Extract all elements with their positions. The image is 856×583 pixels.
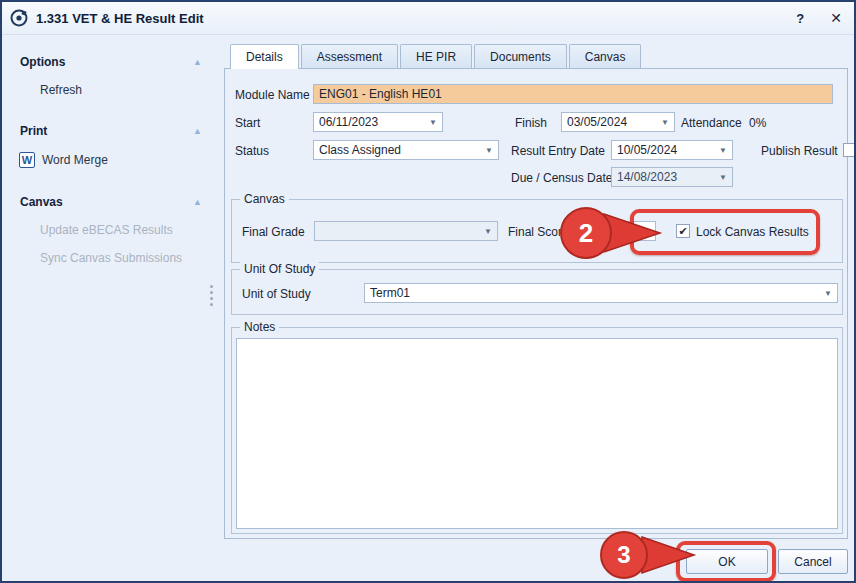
collapse-icon: ▲ [193,126,202,136]
start-date-picker[interactable]: 06/11/2023 ▼ [313,112,443,132]
chevron-down-icon: ▼ [714,173,727,182]
module-name-field[interactable]: ENG01 - English HE01 [313,84,833,104]
due-census-date-label: Due / Census Date [511,168,612,188]
final-grade-label: Final Grade [242,222,305,242]
status-select[interactable]: Class Assigned ▼ [313,140,499,160]
sidebar-section-options-label: Options [20,55,65,69]
sidebar-section-print[interactable]: Print ▲ [10,117,212,145]
unit-of-study-select[interactable]: Term01 ▼ [364,283,838,303]
chevron-down-icon[interactable]: ▼ [714,146,727,155]
checkmark-icon: ✔ [678,226,687,237]
chevron-down-icon[interactable]: ▼ [819,289,832,298]
sidebar-section-options[interactable]: Options ▲ [10,48,212,76]
sidebar-section-canvas[interactable]: Canvas ▲ [10,188,212,216]
sidebar-section-print-label: Print [20,124,47,138]
unit-of-study-label: Unit of Study [242,284,311,304]
final-score-label: Final Score [508,222,569,242]
tab-canvas[interactable]: Canvas [569,44,642,68]
unit-of-study-value: Term01 [370,286,410,300]
chevron-down-icon[interactable]: ▼ [656,118,669,127]
word-icon: W [19,152,35,168]
canvas-groupbox: Canvas Final Grade ▼ Final Score ✔ Lock … [231,199,843,263]
start-label: Start [235,113,260,133]
ok-button[interactable]: OK [686,549,768,574]
dialog-window: 1.331 VET & HE Result Edit ? ✕ Options ▲… [0,0,856,583]
tab-documents[interactable]: Documents [474,44,567,68]
result-entry-date-value: 10/05/2024 [617,143,677,157]
module-name-value: ENG01 - English HE01 [319,87,442,101]
canvas-group-title: Canvas [240,192,289,206]
step3-number: 3 [617,541,630,568]
sidebar-item-update-ebecas-results: Update eBECAS Results [10,216,212,244]
due-census-date-picker: 14/08/2023 ▼ [611,167,733,187]
notes-textarea[interactable] [236,338,838,529]
final-score-field[interactable] [572,221,656,241]
help-icon[interactable]: ? [796,11,804,26]
tab-details[interactable]: Details [230,44,299,69]
window-title: 1.331 VET & HE Result Edit [36,11,204,26]
final-grade-select: ▼ [314,221,498,241]
lock-canvas-results-checkbox[interactable]: ✔ [676,224,690,238]
result-entry-date-picker[interactable]: 10/05/2024 ▼ [611,140,733,160]
attendance-label: Attendance [681,113,742,133]
finish-label: Finish [515,113,547,133]
status-value: Class Assigned [319,143,401,157]
chevron-down-icon[interactable]: ▼ [480,146,493,155]
publish-result-checkbox[interactable] [843,143,856,157]
tab-assessment[interactable]: Assessment [301,44,398,68]
unit-of-study-groupbox: Unit Of Study Unit of Study Term01 ▼ [231,269,843,315]
unit-of-study-group-title: Unit Of Study [240,262,319,276]
lock-canvas-results-label: Lock Canvas Results [696,222,809,242]
sidebar-item-word-merge-label: Word Merge [42,153,108,167]
finish-date-value: 03/05/2024 [567,115,627,129]
app-icon [10,9,28,27]
splitter-handle[interactable] [208,285,215,306]
finish-date-picker[interactable]: 03/05/2024 ▼ [561,112,675,132]
module-name-label: Module Name [235,85,310,105]
notes-group-title: Notes [240,320,279,334]
sidebar-item-word-merge[interactable]: W Word Merge [10,145,212,175]
sidebar: Options ▲ Refresh Print ▲ W Word Merge C… [10,48,212,272]
chevron-down-icon: ▼ [479,227,492,236]
cancel-button[interactable]: Cancel [778,549,848,574]
close-icon[interactable]: ✕ [830,10,842,26]
sidebar-item-sync-canvas-submissions: Sync Canvas Submissions [10,244,212,272]
publish-result-label: Publish Result [761,141,838,161]
status-label: Status [235,141,269,161]
sidebar-section-canvas-label: Canvas [20,195,63,209]
chevron-down-icon[interactable]: ▼ [424,118,437,127]
notes-groupbox: Notes [231,327,843,534]
collapse-icon: ▲ [193,197,202,207]
sidebar-item-refresh[interactable]: Refresh [10,76,212,104]
collapse-icon: ▲ [193,57,202,67]
tab-he-pir[interactable]: HE PIR [400,44,472,68]
tab-strip: Details Assessment HE PIR Documents Canv… [230,44,643,69]
start-date-value: 06/11/2023 [319,115,378,129]
attendance-value: 0% [749,113,766,133]
due-census-date-value: 14/08/2023 [617,170,677,184]
title-bar: 1.331 VET & HE Result Edit ? ✕ [2,2,854,35]
details-panel: Module Name ENG01 - English HE01 Start 0… [224,68,848,539]
result-entry-date-label: Result Entry Date [511,141,605,161]
